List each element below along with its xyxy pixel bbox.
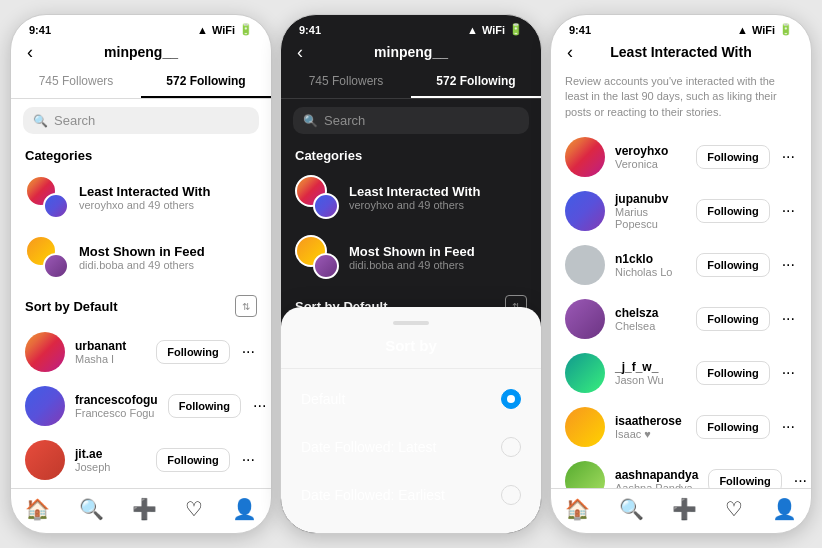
header-1: ‹ minpeng__ [11, 40, 271, 66]
more-button-p3-5[interactable]: ··· [780, 418, 797, 436]
nav-search-1[interactable]: 🔍 [79, 497, 104, 521]
following-button-p3-2[interactable]: Following [696, 253, 769, 277]
more-button-p3-4[interactable]: ··· [780, 364, 797, 382]
following-button-1[interactable]: Following [168, 394, 241, 418]
page-title-2: minpeng__ [374, 44, 448, 60]
nav-home-3[interactable]: 🏠 [565, 497, 590, 521]
nav-add-1[interactable]: ➕ [132, 497, 157, 521]
more-button-p3-0[interactable]: ··· [780, 148, 797, 166]
nav-heart-3[interactable]: ♡ [725, 497, 743, 521]
realname-1: Francesco Fogu [75, 407, 158, 419]
sort-row-1: Sort by Default ⇅ [11, 287, 271, 325]
following-button-p3-4[interactable]: Following [696, 361, 769, 385]
more-button-0[interactable]: ··· [240, 343, 257, 361]
user-info-p3-3: chelsza Chelsea [615, 306, 686, 332]
signal-icon-2: ▲ [467, 24, 478, 36]
sheet-handle [393, 321, 429, 325]
search-input-1[interactable]: Search [54, 113, 95, 128]
tab-followers-1[interactable]: 745 Followers [11, 66, 141, 98]
user-item-p3-5: isaatherose Isaac ♥ Following ··· [551, 400, 811, 454]
more-button-p3-6[interactable]: ··· [792, 472, 809, 488]
sort-option-latest[interactable]: Date Followed: Latest [281, 423, 541, 471]
sort-radio-latest[interactable] [501, 437, 521, 457]
search-box-1[interactable]: 🔍 Search [23, 107, 259, 134]
user-item-p3-4: _j_f_w_ Jason Wu Following ··· [551, 346, 811, 400]
back-button-3[interactable]: ‹ [567, 42, 573, 63]
categories-title-1: Categories [11, 142, 271, 167]
battery-icon-1: 🔋 [239, 23, 253, 36]
user-info-1: francescofogu Francesco Fogu [75, 393, 158, 419]
username-0: urbanant [75, 339, 146, 353]
sort-option-earliest[interactable]: Date Followed: Earliest [281, 471, 541, 519]
following-button-p3-1[interactable]: Following [696, 199, 769, 223]
tab-followers-2[interactable]: 745 Followers [281, 66, 411, 98]
sort-radio-earliest[interactable] [501, 485, 521, 505]
category-least-2[interactable]: Least Interacted With veroyhxo and 49 ot… [281, 167, 541, 227]
username-p3-2: n1cklo [615, 252, 686, 266]
realname-p3-2: Nicholas Lo [615, 266, 686, 278]
tab-following-1[interactable]: 572 Following [141, 66, 271, 98]
more-button-1[interactable]: ··· [251, 397, 268, 415]
category-sub-least-1: veroyhxo and 49 others [79, 199, 210, 211]
sort-option-earliest-label: Date Followed: Earliest [301, 487, 445, 503]
following-button-0[interactable]: Following [156, 340, 229, 364]
page-title-1: minpeng__ [104, 44, 178, 60]
user-item-p3-2: n1cklo Nicholas Lo Following ··· [551, 238, 811, 292]
category-sub-most-1: didi.boba and 49 others [79, 259, 205, 271]
sort-icon-1[interactable]: ⇅ [235, 295, 257, 317]
category-name-least-1: Least Interacted With [79, 184, 210, 199]
info-box-3: Review accounts you've interacted with t… [551, 66, 811, 130]
category-text-most-1: Most Shown in Feed didi.boba and 49 othe… [79, 244, 205, 271]
bottom-nav-1: 🏠 🔍 ➕ ♡ 👤 [11, 488, 271, 533]
more-button-p3-2[interactable]: ··· [780, 256, 797, 274]
back-button-1[interactable]: ‹ [27, 42, 33, 63]
avatar-p3-5 [565, 407, 605, 447]
sort-option-latest-label: Date Followed: Latest [301, 439, 436, 455]
search-input-2[interactable]: Search [324, 113, 365, 128]
following-button-p3-0[interactable]: Following [696, 145, 769, 169]
following-button-p3-6[interactable]: Following [708, 469, 781, 488]
username-p3-3: chelsza [615, 306, 686, 320]
avatar-p3-4 [565, 353, 605, 393]
category-avatar-most-1 [25, 235, 69, 279]
search-box-2[interactable]: 🔍 Search [293, 107, 529, 134]
tabs-1: 745 Followers 572 Following [11, 66, 271, 99]
category-most-1[interactable]: Most Shown in Feed didi.boba and 49 othe… [11, 227, 271, 287]
following-button-p3-3[interactable]: Following [696, 307, 769, 331]
search-container-2: 🔍 Search [281, 99, 541, 142]
tab-following-2[interactable]: 572 Following [411, 66, 541, 98]
user-info-p3-4: _j_f_w_ Jason Wu [615, 360, 686, 386]
back-button-2[interactable]: ‹ [297, 42, 303, 63]
category-most-2[interactable]: Most Shown in Feed didi.boba and 49 othe… [281, 227, 541, 287]
more-button-p3-1[interactable]: ··· [780, 202, 797, 220]
nav-search-3[interactable]: 🔍 [619, 497, 644, 521]
user-info-2: jit.ae Joseph [75, 447, 146, 473]
user-list-1: urbanant Masha I Following ··· francesco… [11, 325, 271, 488]
wifi-icon-2: WiFi [482, 24, 505, 36]
nav-heart-1[interactable]: ♡ [185, 497, 203, 521]
username-p3-4: _j_f_w_ [615, 360, 686, 374]
phone-2: 9:41 ▲ WiFi 🔋 ‹ minpeng__ 745 Followers … [280, 14, 542, 534]
category-least-1[interactable]: Least Interacted With veroyhxo and 49 ot… [11, 167, 271, 227]
nav-home-1[interactable]: 🏠 [25, 497, 50, 521]
status-icons-3: ▲ WiFi 🔋 [737, 23, 793, 36]
nav-profile-1[interactable]: 👤 [232, 497, 257, 521]
username-1: francescofogu [75, 393, 158, 407]
more-button-2[interactable]: ··· [240, 451, 257, 469]
sheet-title: Sort by [281, 337, 541, 369]
user-item-p3-6: aashnapandya Aashna Pandya Following ··· [551, 454, 811, 488]
following-button-2[interactable]: Following [156, 448, 229, 472]
user-info-p3-1: jupanubv Marius Popescu [615, 192, 686, 230]
following-button-p3-5[interactable]: Following [696, 415, 769, 439]
sort-radio-default[interactable] [501, 389, 521, 409]
username-p3-0: veroyhxo [615, 144, 686, 158]
nav-profile-3[interactable]: 👤 [772, 497, 797, 521]
user-info-p3-2: n1cklo Nicholas Lo [615, 252, 686, 278]
nav-add-3[interactable]: ➕ [672, 497, 697, 521]
category-text-most-2: Most Shown in Feed didi.boba and 49 othe… [349, 244, 475, 271]
sort-option-default[interactable]: Default [281, 375, 541, 423]
avatar-p3-6 [565, 461, 605, 488]
user-info-p3-5: isaatherose Isaac ♥ [615, 414, 686, 440]
more-button-p3-3[interactable]: ··· [780, 310, 797, 328]
battery-icon-2: 🔋 [509, 23, 523, 36]
